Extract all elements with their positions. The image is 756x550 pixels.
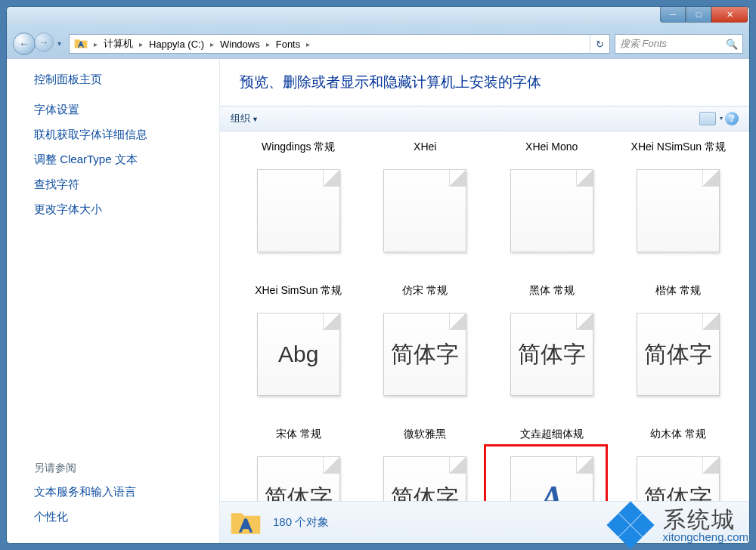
font-thumbnail: A↗ — [510, 456, 593, 501]
font-item-label: 宋体 常规 — [271, 426, 326, 456]
refresh-button[interactable]: ↻ — [590, 35, 609, 53]
window-minimize-button[interactable]: ─ — [660, 6, 686, 23]
control-panel-home-link[interactable]: 控制面板主页 — [34, 73, 219, 87]
font-thumbnail: 简体字 — [383, 456, 466, 501]
chevron-right-icon: ▸ — [265, 40, 271, 48]
font-thumbnail — [383, 169, 466, 252]
breadcrumb[interactable]: Fonts — [271, 35, 305, 53]
sidebar: 控制面板主页 字体设置 联机获取字体详细信息 调整 ClearType 文本 查… — [7, 59, 220, 543]
sidebar-link-font-settings[interactable]: 字体设置 — [34, 97, 219, 122]
breadcrumb[interactable]: 计算机 — [99, 35, 138, 53]
chevron-right-icon: ▸ — [138, 40, 144, 48]
organize-menu[interactable]: 组织▼ — [231, 112, 259, 125]
font-item[interactable]: 幼木体 常规简体字 — [615, 426, 742, 501]
chevron-right-icon: ▸ — [209, 40, 215, 48]
sidebar-link-text-services[interactable]: 文本服务和输入语言 — [34, 480, 219, 505]
status-object-count: 180 个对象 — [273, 515, 329, 530]
sidebar-link-get-fonts-online[interactable]: 联机获取字体详细信息 — [34, 122, 219, 147]
sidebar-link-change-font-size[interactable]: 更改字体大小 — [34, 197, 219, 222]
fonts-folder-large-icon — [229, 506, 262, 539]
font-sample-text: A — [540, 478, 563, 502]
font-item-label: XHei Mono — [521, 139, 582, 169]
font-thumbnail — [257, 169, 340, 252]
window-maximize-button[interactable]: □ — [686, 6, 711, 23]
font-sample-text: 简体字 — [265, 483, 333, 502]
chevron-right-icon: ▸ — [305, 40, 311, 48]
font-sample-text: 简体字 — [518, 339, 586, 370]
font-sample-text: 简体字 — [644, 483, 712, 502]
font-item-label: 黑体 常规 — [525, 283, 579, 313]
font-grid: Wingdings 常规XHeiXHei MonoXHei NSimSun 常规… — [220, 131, 749, 501]
nav-history-dropdown[interactable]: ▾ — [54, 32, 64, 54]
font-thumbnail: 简体字 — [510, 313, 593, 396]
font-item-label: XHei SimSun 常规 — [250, 283, 346, 313]
breadcrumb[interactable]: Happyla (C:) — [144, 35, 209, 53]
font-thumbnail — [637, 169, 720, 252]
font-sample-text: 简体字 — [391, 483, 459, 502]
font-thumbnail: 简体字 — [637, 313, 720, 396]
sidebar-link-personalization[interactable]: 个性化 — [34, 505, 219, 530]
nav-back-button[interactable]: ← — [13, 32, 36, 55]
font-item[interactable]: 文垚超细体规A↗ — [488, 426, 615, 501]
font-sample-text: 简体字 — [644, 339, 712, 370]
nav-forward-button[interactable]: → — [34, 32, 54, 52]
font-item-label: 幼木体 常规 — [646, 426, 711, 456]
search-icon: 🔍 — [726, 39, 738, 50]
breadcrumb[interactable]: Windows — [215, 35, 265, 53]
status-bar: 180 个对象 — [220, 501, 749, 543]
toolbar: 组织▼ ? — [220, 106, 749, 131]
help-button[interactable]: ? — [725, 112, 739, 125]
font-item[interactable]: XHei — [362, 139, 489, 283]
font-item[interactable]: 仿宋 常规简体字 — [362, 283, 489, 426]
fonts-folder-icon — [73, 36, 89, 51]
font-sample-text: Abg — [278, 341, 318, 367]
font-item[interactable]: XHei SimSun 常规Abg — [235, 283, 362, 426]
search-input[interactable]: 搜索 Fonts 🔍 — [615, 34, 743, 54]
font-item-label: XHei NSimSun 常规 — [627, 139, 730, 169]
chevron-down-icon: ▼ — [252, 116, 259, 123]
font-thumbnail: 简体字 — [383, 313, 466, 396]
see-also-header: 另请参阅 — [34, 462, 219, 475]
sidebar-link-find-character[interactable]: 查找字符 — [34, 172, 219, 197]
search-placeholder: 搜索 Fonts — [620, 37, 667, 51]
address-bar[interactable]: ▸ 计算机 ▸ Happyla (C:) ▸ Windows ▸ Fonts ▸… — [69, 34, 610, 54]
window-close-button[interactable]: ✕ — [711, 6, 748, 23]
font-item-label: Wingdings 常规 — [257, 139, 339, 169]
titlebar: ─ □ ✕ — [7, 7, 749, 29]
font-item[interactable]: 宋体 常规简体字 — [235, 426, 362, 501]
font-thumbnail — [510, 169, 593, 252]
font-sample-text: 简体字 — [391, 339, 459, 370]
page-title: 预览、删除或者显示和隐藏计算机上安装的字体 — [220, 59, 749, 106]
font-item-label: 楷体 常规 — [651, 283, 705, 313]
font-item[interactable]: 楷体 常规简体字 — [615, 283, 742, 426]
chevron-right-icon: ▸ — [92, 40, 99, 48]
font-item-label: 仿宋 常规 — [398, 283, 452, 313]
view-options-button[interactable] — [699, 112, 716, 125]
font-item-label: XHei — [409, 139, 441, 169]
font-item[interactable]: Wingdings 常规 — [235, 139, 362, 283]
font-item-label: 微软雅黑 — [399, 426, 451, 456]
font-item[interactable]: 微软雅黑简体字 — [362, 426, 489, 501]
sidebar-link-adjust-cleartype[interactable]: 调整 ClearType 文本 — [34, 147, 219, 172]
font-item[interactable]: 黑体 常规简体字 — [488, 283, 615, 426]
font-item[interactable]: XHei Mono — [488, 139, 615, 283]
font-thumbnail: 简体字 — [637, 456, 720, 501]
font-item-label: 文垚超细体规 — [516, 426, 588, 456]
font-thumbnail: 简体字 — [257, 456, 340, 501]
font-item[interactable]: XHei NSimSun 常规 — [615, 139, 742, 283]
font-thumbnail: Abg — [257, 313, 340, 396]
